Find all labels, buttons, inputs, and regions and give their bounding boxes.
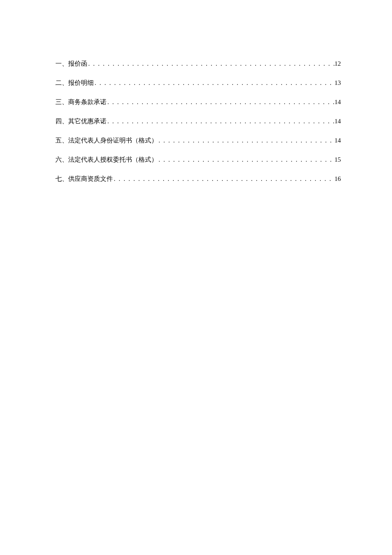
toc-leader-dots: . . . . . . . . . . . . . . . . . . . . … [107,99,334,106]
toc-entry: 六、法定代表人授权委托书（格式） . . . . . . . . . . . .… [55,156,341,164]
toc-entry: 三、商务条款承诺 . . . . . . . . . . . . . . . .… [55,98,341,106]
toc-page-number: 13 [334,79,341,87]
toc-page-number: 15 [334,156,341,163]
toc-entry: 五、法定代表人身份证明书（格式） . . . . . . . . . . . .… [55,137,341,145]
toc-leader-dots: . . . . . . . . . . . . . . . . . . . . … [107,118,334,125]
toc-page-number: 14 [334,137,341,144]
toc-label: 六、法定代表人授权委托书（格式） [55,156,158,164]
toc-page-number: 14 [334,99,341,106]
toc-label: 五、法定代表人身份证明书（格式） [55,137,158,145]
toc-leader-dots: . . . . . . . . . . . . . . . . . . . . … [158,137,334,144]
toc-page-number: 12 [334,60,341,67]
toc-entry: 七、供应商资质文件 . . . . . . . . . . . . . . . … [55,175,341,183]
toc-page-number: 14 [334,118,341,125]
toc-label: 四、其它优惠承诺 [55,117,107,125]
toc-label: 二、报价明细 [55,79,94,87]
toc-entry: 四、其它优惠承诺 . . . . . . . . . . . . . . . .… [55,117,341,125]
toc-label: 一、报价函 [55,60,87,68]
toc-label: 七、供应商资质文件 [55,175,113,183]
toc-entry: 二、报价明细 . . . . . . . . . . . . . . . . .… [55,79,341,87]
toc-leader-dots: . . . . . . . . . . . . . . . . . . . . … [158,156,334,163]
toc-entry: 一、报价函 . . . . . . . . . . . . . . . . . … [55,60,341,68]
toc-page-number: 16 [334,175,341,183]
toc-leader-dots: . . . . . . . . . . . . . . . . . . . . … [94,79,334,87]
table-of-contents: 一、报价函 . . . . . . . . . . . . . . . . . … [55,60,341,183]
toc-leader-dots: . . . . . . . . . . . . . . . . . . . . … [113,175,334,183]
toc-label: 三、商务条款承诺 [55,98,107,106]
toc-leader-dots: . . . . . . . . . . . . . . . . . . . . … [87,60,334,67]
